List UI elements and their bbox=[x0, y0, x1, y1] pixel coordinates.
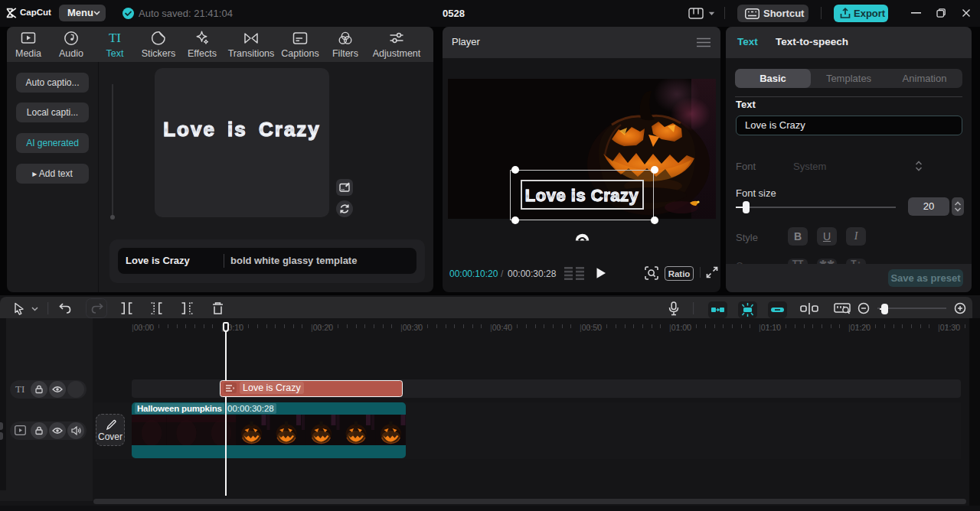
svg-text:TI: TI bbox=[109, 31, 121, 45]
